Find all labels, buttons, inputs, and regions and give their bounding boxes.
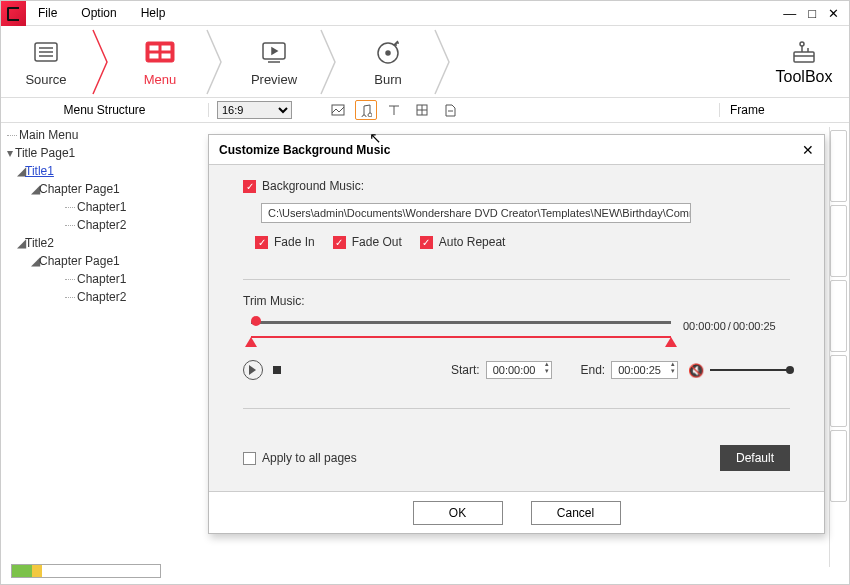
tree-chapterpage1b[interactable]: ◢Chapter Page1 (7, 252, 207, 270)
step-menu-label: Menu (115, 72, 205, 87)
start-time-input[interactable]: 00:00:00 (486, 361, 553, 379)
text-icon[interactable] (383, 100, 405, 120)
dialog-close-icon[interactable]: ✕ (802, 142, 814, 158)
tree-chapterpage1a[interactable]: ◢Chapter Page1 (7, 180, 207, 198)
menu-structure-header: Menu Structure (1, 103, 209, 117)
end-time-input[interactable]: 00:00:25 (611, 361, 678, 379)
frame-sidebar (829, 127, 847, 567)
ok-button[interactable]: OK (413, 501, 503, 525)
step-source-label: Source (1, 72, 91, 87)
apply-all-checkbox[interactable] (243, 452, 256, 465)
tree-title1[interactable]: ◢Title1 (7, 162, 207, 180)
step-burn-label: Burn (343, 72, 433, 87)
trim-label: Trim Music: (243, 294, 790, 308)
end-label: End: (580, 363, 605, 377)
image-icon[interactable] (327, 100, 349, 120)
autorepeat-checkbox[interactable]: ✓ (420, 236, 433, 249)
fadeout-checkbox[interactable]: ✓ (333, 236, 346, 249)
tree-chapter1b[interactable]: Chapter1 (7, 270, 207, 288)
fadeout-label: Fade Out (352, 235, 402, 249)
step-preview[interactable]: Preview (229, 36, 319, 87)
tree-titlepage1[interactable]: ▾Title Page1 (7, 144, 207, 162)
default-button[interactable]: Default (720, 445, 790, 471)
svg-rect-5 (149, 45, 159, 51)
svg-rect-19 (332, 105, 344, 115)
trim-time-display: 00:00:00/00:00:25 (683, 320, 776, 332)
page-icon[interactable] (439, 100, 461, 120)
customize-music-dialog: Customize Background Music ✕ ✓ Backgroun… (208, 134, 825, 534)
start-label: Start: (451, 363, 480, 377)
volume-icon[interactable]: 🔇 (688, 363, 704, 378)
svg-rect-6 (161, 45, 171, 51)
volume-slider[interactable] (710, 369, 790, 371)
music-path-field[interactable]: C:\Users\admin\Documents\Wondershare DVD… (261, 203, 691, 223)
step-toolbox[interactable]: ToolBox (759, 38, 849, 86)
dialog-title: Customize Background Music (219, 143, 390, 157)
trim-slider[interactable]: 00:00:00/00:00:25 (243, 314, 790, 344)
bgm-label: Background Music: (262, 179, 364, 193)
trim-end-handle[interactable] (665, 331, 677, 347)
app-icon (1, 1, 26, 26)
svg-point-17 (800, 42, 804, 46)
tree-chapter2b[interactable]: Chapter2 (7, 288, 207, 306)
help-menu[interactable]: Help (129, 6, 178, 20)
stop-button[interactable] (273, 366, 281, 374)
fadein-checkbox[interactable]: ✓ (255, 236, 268, 249)
step-burn[interactable]: Burn (343, 36, 433, 87)
play-button[interactable] (243, 360, 263, 380)
tree-chapter1a[interactable]: Chapter1 (7, 198, 207, 216)
step-source[interactable]: Source (1, 36, 91, 87)
svg-point-13 (386, 51, 390, 55)
file-menu[interactable]: File (26, 6, 69, 20)
menu-tree[interactable]: Main Menu ▾Title Page1 ◢Title1 ◢Chapter … (7, 126, 207, 306)
autorepeat-label: Auto Repeat (439, 235, 506, 249)
bgm-checkbox[interactable]: ✓ (243, 180, 256, 193)
minimize-button[interactable]: — (783, 6, 796, 21)
close-button[interactable]: ✕ (828, 6, 839, 21)
step-toolbox-label: ToolBox (759, 68, 849, 86)
maximize-button[interactable]: □ (808, 6, 816, 21)
option-menu[interactable]: Option (69, 6, 128, 20)
tree-title2[interactable]: ◢Title2 (7, 234, 207, 252)
step-preview-label: Preview (229, 72, 319, 87)
svg-rect-14 (794, 52, 814, 62)
svg-rect-7 (149, 53, 159, 59)
frame-header: Frame (719, 103, 849, 117)
trim-start-handle[interactable] (245, 331, 257, 347)
fadein-label: Fade In (274, 235, 315, 249)
grid-icon[interactable] (411, 100, 433, 120)
apply-all-label: Apply to all pages (262, 451, 357, 465)
tree-main[interactable]: Main Menu (7, 126, 207, 144)
music-icon[interactable] (355, 100, 377, 120)
tree-chapter2a[interactable]: Chapter2 (7, 216, 207, 234)
svg-rect-8 (161, 53, 171, 59)
cancel-button[interactable]: Cancel (531, 501, 621, 525)
step-menu[interactable]: Menu (115, 36, 205, 87)
aspect-ratio-select[interactable]: 16:9 (217, 101, 292, 119)
progress-bar (11, 564, 161, 578)
svg-marker-10 (272, 48, 277, 54)
